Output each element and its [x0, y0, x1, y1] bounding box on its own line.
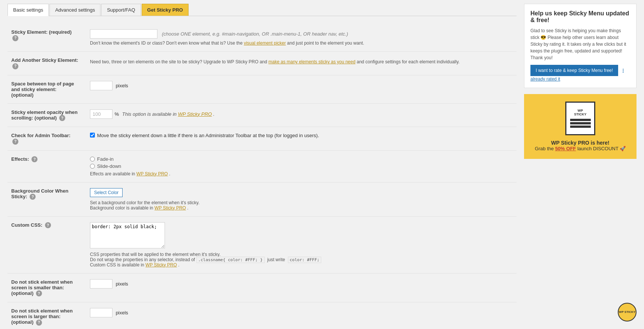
- sticky-element-description: Don't know the element's ID or class? Do…: [90, 40, 513, 46]
- space-top-label: Space between top of page and sticky ele…: [7, 75, 86, 103]
- rate-button[interactable]: I want to rate & keep Sticky Menu free!: [530, 65, 618, 76]
- min-screen-unit: pixels: [116, 281, 128, 287]
- space-top-row: Space between top of page and sticky ele…: [7, 75, 517, 103]
- min-screen-cell: pixels: [86, 273, 517, 302]
- opacity-pro-notice: This option is available in WP Sticky PR…: [122, 111, 215, 117]
- custom-css-help-icon[interactable]: ?: [45, 222, 51, 228]
- opacity-label: Sticky element opacity when scrolling: (…: [7, 103, 86, 127]
- effects-help-icon[interactable]: ?: [31, 156, 37, 162]
- sticky-element-input[interactable]: [90, 29, 157, 39]
- effects-pro-notice: Effects are available in WP Sticky PRO .: [90, 171, 513, 176]
- sticky-element-help-icon[interactable]: ?: [12, 35, 18, 41]
- bg-color-pro-link[interactable]: WP Sticky PRO: [154, 205, 186, 211]
- min-screen-row: Do not stick element when screen is smal…: [7, 273, 517, 302]
- effects-cell: Fade-in Slide-down Effects are available…: [86, 150, 517, 182]
- max-screen-cell: pixels: [86, 302, 517, 329]
- effects-row: Effects: ? Fade-in Slide-down: [7, 150, 517, 182]
- sticky-element-cell: (choose ONE element, e.g. #main-navigati…: [86, 24, 517, 52]
- admin-toolbar-row: Check for Admin Toolbar: ? Move the stic…: [7, 127, 517, 151]
- max-screen-label: Do not stick element when screen is larg…: [7, 302, 86, 329]
- admin-toolbar-cell: Move the sticky element down a little if…: [86, 127, 517, 151]
- effects-label: Effects: ?: [7, 150, 86, 182]
- max-screen-input[interactable]: [90, 308, 112, 317]
- effect-slidedown-radio[interactable]: [90, 164, 95, 169]
- space-top-cell: pixels: [86, 75, 517, 103]
- bg-color-description: Set a background color for the element w…: [90, 200, 513, 211]
- max-screen-row: Do not stick element when screen is larg…: [7, 302, 517, 329]
- add-another-label: Add Another Sticky Element: ?: [7, 52, 86, 75]
- promo-sub: Grab the 50% OFF launch DISCOUNT 🚀: [532, 146, 629, 151]
- custom-css-description: CSS properties that will be applied to t…: [90, 252, 513, 268]
- effect-slidedown[interactable]: Slide-down: [90, 163, 513, 169]
- select-color-button[interactable]: Select Color: [90, 188, 123, 197]
- bg-color-row: Background Color When Sticky: ? Select C…: [7, 182, 517, 216]
- add-another-link[interactable]: make as many elements sticky as you need: [268, 59, 355, 64]
- space-top-unit: pixels: [116, 83, 128, 88]
- effect-fadein[interactable]: Fade-in: [90, 156, 513, 162]
- effects-pro-link[interactable]: WP Sticky PRO: [136, 171, 168, 176]
- custom-css-example2: color: #FFF;: [288, 257, 321, 263]
- add-another-help-icon[interactable]: ?: [12, 63, 18, 69]
- tab-advanced[interactable]: Advanced settings: [49, 4, 100, 16]
- admin-toolbar-description: Move the sticky element down a little if…: [97, 133, 319, 138]
- visual-picker-link[interactable]: visual element picker: [244, 40, 286, 46]
- opacity-pro-link[interactable]: WP Sticky PRO: [178, 111, 212, 117]
- custom-css-textarea[interactable]: border: 2px solid black;: [90, 222, 165, 248]
- effect-fadein-radio[interactable]: [90, 157, 95, 162]
- tab-basic[interactable]: Basic settings: [7, 4, 49, 16]
- bg-color-label: Background Color When Sticky: ?: [7, 182, 86, 216]
- opacity-input[interactable]: [90, 109, 112, 119]
- sidebar-description: Glad to see Sticky is helping you make t…: [530, 27, 630, 61]
- add-another-cell: Need two, three or ten elements on the s…: [86, 52, 517, 75]
- promo-banner: WP STICKY WP Sticky PRO is here! Grab th…: [524, 94, 637, 159]
- sidebar-actions: I want to rate & keep Sticky Menu free! …: [530, 65, 630, 82]
- min-screen-input[interactable]: [90, 279, 112, 289]
- custom-css-cell: border: 2px solid black; CSS properties …: [86, 216, 517, 273]
- settings-form: Sticky Element: (required) ? (choose ONE…: [7, 24, 517, 329]
- max-screen-help-icon[interactable]: ?: [36, 320, 42, 326]
- min-screen-label: Do not stick element when screen is smal…: [7, 273, 86, 302]
- opacity-help-icon[interactable]: ?: [59, 115, 65, 121]
- min-screen-help-icon[interactable]: ?: [36, 290, 42, 296]
- sidebar: Help us keep Sticky Menu updated & free!…: [524, 4, 637, 329]
- max-screen-unit: pixels: [116, 310, 128, 316]
- custom-css-pro-link[interactable]: WP Sticky PRO: [145, 262, 177, 268]
- admin-toolbar-checkbox[interactable]: [90, 133, 95, 138]
- sidebar-rate-card: Help us keep Sticky Menu updated & free!…: [524, 4, 637, 88]
- wp-sticky-fab[interactable]: WP STICKY: [618, 303, 637, 322]
- opacity-unit: %: [115, 111, 119, 117]
- sticky-element-label: Sticky Element: (required) ?: [7, 24, 86, 52]
- bg-color-help-icon[interactable]: ?: [30, 194, 36, 200]
- opacity-row: Sticky element opacity when scrolling: (…: [7, 103, 517, 127]
- sticky-element-row: Sticky Element: (required) ? (choose ONE…: [7, 24, 517, 52]
- custom-css-example1: .classname{ color: #FFF; }: [196, 257, 265, 263]
- tabs-container: Basic settings Advanced settings Support…: [7, 4, 517, 16]
- tab-get-pro[interactable]: Get Sticky PRO: [142, 4, 189, 16]
- admin-toolbar-label: Check for Admin Toolbar: ?: [7, 127, 86, 151]
- promo-discount-link[interactable]: 50% OFF: [555, 146, 576, 151]
- add-another-description: Need two, three or ten elements on the s…: [90, 59, 513, 64]
- space-top-input[interactable]: [90, 81, 112, 90]
- bg-color-cell: Select Color Set a background color for …: [86, 182, 517, 216]
- add-another-row: Add Another Sticky Element: ? Need two, …: [7, 52, 517, 75]
- opacity-cell: % This option is available in WP Sticky …: [86, 103, 517, 127]
- sidebar-title: Help us keep Sticky Menu updated & free!: [530, 10, 630, 24]
- tab-support[interactable]: Support/FAQ: [101, 4, 141, 16]
- sticky-element-hint: (choose ONE element, e.g. #main-navigati…: [162, 31, 348, 37]
- custom-css-row: Custom CSS: ? border: 2px solid black; C…: [7, 216, 517, 273]
- admin-toolbar-help-icon[interactable]: ?: [12, 139, 18, 145]
- promo-title: WP Sticky PRO is here!: [532, 140, 629, 146]
- custom-css-label: Custom CSS: ?: [7, 216, 86, 273]
